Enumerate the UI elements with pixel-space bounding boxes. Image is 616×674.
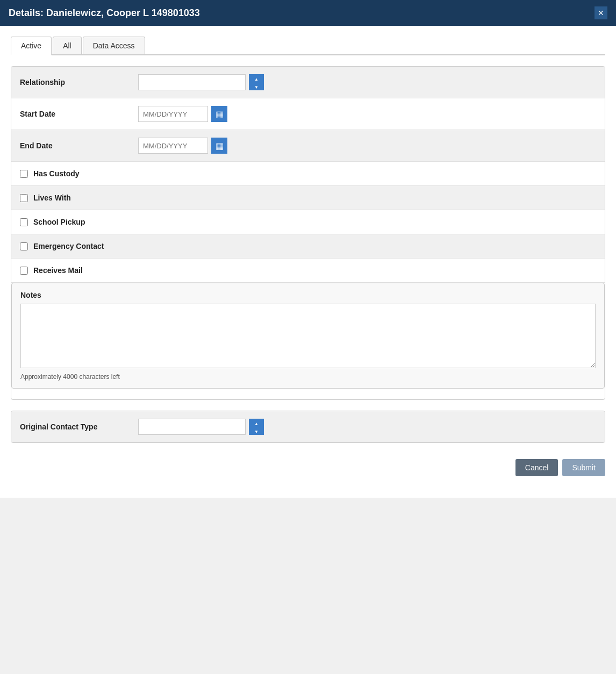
title-bar: Details: Danielewicz, Cooper L 149801033…	[0, 0, 616, 26]
notes-section: Notes Approximately 4000 characters left	[11, 283, 605, 389]
submit-button[interactable]: Submit	[562, 459, 605, 476]
end-date-input[interactable]	[138, 138, 208, 154]
arrow-up-icon-2	[254, 419, 259, 427]
school-pickup-label: School Pickup	[33, 218, 85, 226]
original-contact-type-select[interactable]	[138, 419, 246, 435]
relationship-spinner-button[interactable]	[249, 74, 264, 90]
original-contact-type-section: Original Contact Type	[11, 411, 605, 443]
start-date-calendar-button[interactable]	[211, 106, 227, 122]
start-date-input[interactable]	[138, 106, 208, 122]
receives-mail-checkbox[interactable]	[20, 267, 28, 275]
start-date-label: Start Date	[20, 110, 138, 118]
content-area: Active All Data Access Relationship Star…	[0, 26, 616, 498]
end-date-control-wrapper	[138, 138, 227, 154]
tabs-container: Active All Data Access	[11, 37, 605, 55]
tab-data-access[interactable]: Data Access	[83, 37, 145, 54]
relationship-label: Relationship	[20, 78, 138, 87]
end-date-calendar-button[interactable]	[211, 138, 227, 154]
relationship-select[interactable]	[138, 74, 246, 90]
tab-active[interactable]: Active	[11, 37, 52, 55]
original-contact-type-spinner-button[interactable]	[249, 419, 264, 435]
button-bar: Cancel Submit	[11, 454, 605, 487]
notes-char-count: Approximately 4000 characters left	[20, 373, 596, 381]
start-date-row: Start Date	[11, 98, 605, 130]
emergency-contact-row: Emergency Contact	[11, 234, 605, 259]
page-title: Details: Danielewicz, Cooper L 149801033	[9, 8, 200, 19]
relationship-control-wrapper	[138, 74, 264, 90]
notes-label: Notes	[20, 291, 596, 299]
emergency-contact-checkbox[interactable]	[20, 242, 28, 250]
end-date-label: End Date	[20, 141, 138, 150]
main-form-section: Relationship Start Date	[11, 66, 605, 400]
close-button[interactable]: ✕	[594, 6, 607, 19]
school-pickup-row: School Pickup	[11, 210, 605, 234]
lives-with-checkbox[interactable]	[20, 194, 28, 202]
arrow-down-icon	[254, 83, 259, 90]
original-contact-type-control-wrapper	[138, 419, 264, 435]
has-custody-label: Has Custody	[33, 169, 80, 178]
end-date-row: End Date	[11, 130, 605, 162]
lives-with-label: Lives With	[33, 193, 71, 202]
relationship-row: Relationship	[11, 67, 605, 98]
original-contact-type-label: Original Contact Type	[20, 422, 138, 431]
has-custody-row: Has Custody	[11, 162, 605, 186]
start-date-control-wrapper	[138, 106, 227, 122]
receives-mail-label: Receives Mail	[33, 266, 83, 275]
calendar-icon	[216, 109, 224, 119]
tab-all[interactable]: All	[53, 37, 82, 54]
arrow-up-icon	[254, 75, 259, 82]
receives-mail-row: Receives Mail	[11, 259, 605, 283]
cancel-button[interactable]: Cancel	[515, 459, 558, 476]
emergency-contact-label: Emergency Contact	[33, 242, 104, 250]
original-contact-type-row: Original Contact Type	[11, 411, 605, 442]
arrow-down-icon-2	[254, 427, 259, 435]
has-custody-checkbox[interactable]	[20, 170, 28, 178]
notes-textarea[interactable]	[20, 304, 596, 368]
school-pickup-checkbox[interactable]	[20, 218, 28, 226]
calendar-icon-end	[216, 141, 224, 151]
lives-with-row: Lives With	[11, 186, 605, 210]
